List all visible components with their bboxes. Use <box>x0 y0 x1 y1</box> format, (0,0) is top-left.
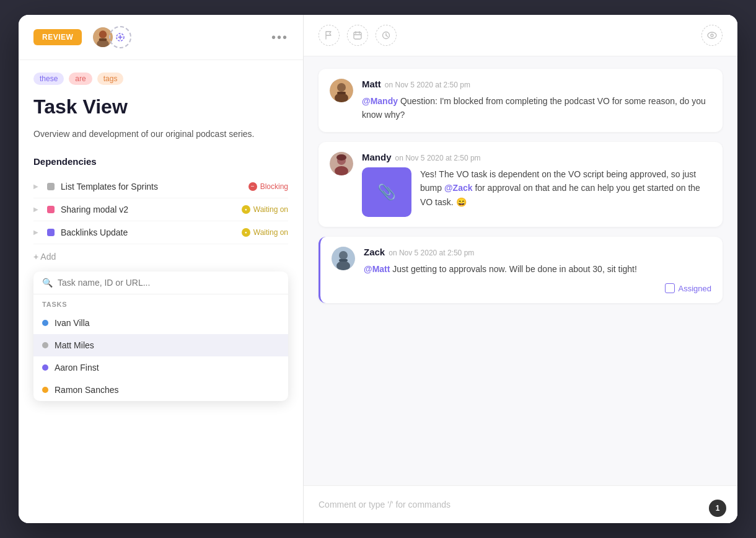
dependency-item[interactable]: ▶ List Templates for Sprints − Blocking <box>33 175 288 198</box>
dep-dot-purple <box>47 229 55 236</box>
calendar-button[interactable] <box>347 25 368 46</box>
comment-time: on Nov 5 2020 at 2:50 pm <box>395 154 481 162</box>
list-item[interactable]: Matt Miles <box>33 334 288 356</box>
comment-text: @Matt Just getting to approvals now. Wil… <box>364 262 711 276</box>
comment-body: Zack on Nov 5 2020 at 2:50 pm @Matt Just… <box>364 247 711 293</box>
assigned-checkbox[interactable] <box>665 283 675 293</box>
dot-yellow <box>42 387 48 393</box>
list-item[interactable]: Aaron Finst <box>33 356 288 379</box>
assigned-label: Assigned <box>679 284 711 293</box>
chevron-icon: ▶ <box>33 183 41 190</box>
comment-attachment[interactable]: 📎 <box>362 167 411 217</box>
add-member-button[interactable] <box>109 26 131 48</box>
comment-header: Zack on Nov 5 2020 at 2:50 pm <box>364 247 711 257</box>
tags-row: these are tags <box>33 73 288 85</box>
svg-point-15 <box>711 34 713 37</box>
dependency-item[interactable]: ▶ Sharing modal v2 ● Waiting on <box>33 198 288 221</box>
mention-mandy: @Mandy <box>362 96 398 106</box>
clock-button[interactable] <box>376 25 397 46</box>
comments-area: Matt on Nov 5 2020 at 2:50 pm @Mandy Que… <box>304 56 737 485</box>
dot-blue <box>42 320 48 326</box>
comment-header: Mandy on Nov 5 2020 at 2:50 pm <box>362 152 711 162</box>
mention-matt: @Matt <box>364 264 390 274</box>
comment-time: on Nov 5 2020 at 2:50 pm <box>389 249 474 257</box>
dropdown-item-name: Ivan Villa <box>55 318 90 328</box>
comment-time: on Nov 5 2020 at 2:50 pm <box>385 81 470 89</box>
right-panel: Matt on Nov 5 2020 at 2:50 pm @Mandy Que… <box>304 15 737 523</box>
avatar-matt-comment <box>330 79 353 102</box>
svg-point-23 <box>336 154 346 161</box>
comment-text-content: Just getting to approvals now. Will be d… <box>392 264 637 274</box>
comment-body: Matt on Nov 5 2020 at 2:50 pm @Mandy Que… <box>362 79 711 122</box>
comment-with-image: 📎 Yes! The VO task is dependent on the V… <box>362 167 711 217</box>
svg-line-13 <box>386 35 388 37</box>
more-options-button[interactable]: ••• <box>271 30 288 45</box>
dep-dot-pink <box>47 206 55 213</box>
dot-purple <box>42 364 48 371</box>
mention-zack: @Zack <box>444 183 473 193</box>
comment-header: Matt on Nov 5 2020 at 2:50 pm <box>362 79 711 89</box>
list-item[interactable]: Ramon Sanches <box>33 379 288 401</box>
dep-dot-gray <box>47 183 55 190</box>
blocking-icon: − <box>248 182 257 191</box>
dep-name: Sharing modal v2 <box>61 205 235 214</box>
notification-badge-wrap: 1 <box>705 496 723 513</box>
review-badge: REVIEW <box>33 29 82 45</box>
comment-card-mandy: Mandy on Nov 5 2020 at 2:50 pm 📎 Yes! Th… <box>319 142 723 227</box>
svg-rect-19 <box>337 92 346 94</box>
comment-text-content: Question: I'm blocked from completing th… <box>362 96 706 120</box>
waiting-icon: ● <box>242 205 250 214</box>
comment-card-matt: Matt on Nov 5 2020 at 2:50 pm @Mandy Que… <box>319 69 723 132</box>
comment-input-placeholder[interactable]: Comment or type '/' for commands <box>319 500 705 509</box>
comment-footer: Assigned <box>364 283 711 293</box>
comment-body: Mandy on Nov 5 2020 at 2:50 pm 📎 Yes! Th… <box>362 152 711 217</box>
dependency-item[interactable]: ▶ Backlinks Update ● Waiting on <box>33 221 288 244</box>
comment-author: Matt <box>362 79 381 89</box>
left-panel: REVIEW <box>19 15 304 523</box>
assigned-badge: Assigned <box>665 283 711 293</box>
dot-gray <box>42 342 48 348</box>
svg-point-17 <box>337 83 346 92</box>
paperclip-icon: 📎 <box>377 183 396 201</box>
tag-tags[interactable]: tags <box>97 73 124 85</box>
avatar-zack <box>332 247 355 270</box>
list-item[interactable]: Ivan Villa <box>33 312 288 334</box>
flag-button[interactable] <box>319 25 340 46</box>
dropdown-item-name: Matt Miles <box>55 340 94 350</box>
task-title: Task View <box>33 95 288 118</box>
dep-name: Backlinks Update <box>61 227 235 237</box>
search-input[interactable] <box>58 278 279 288</box>
svg-rect-3 <box>99 38 107 41</box>
tag-are[interactable]: are <box>69 73 92 85</box>
dep-name: List Templates for Sprints <box>61 182 242 192</box>
dropdown-item-name: Aaron Finst <box>55 363 99 373</box>
left-body: these are tags Task View Overview and de… <box>19 60 303 523</box>
add-dependency-button[interactable]: + Add <box>33 244 288 269</box>
search-icon: 🔍 <box>42 278 53 288</box>
eye-button[interactable] <box>701 25 723 46</box>
task-description: Overview and development of our original… <box>33 127 288 141</box>
dependencies-section-title: Dependencies <box>33 156 288 167</box>
svg-point-1 <box>99 30 107 38</box>
comment-input-area: Comment or type '/' for commands 1 <box>304 485 737 523</box>
left-header: REVIEW <box>19 15 303 60</box>
tag-these[interactable]: these <box>33 73 64 85</box>
svg-point-14 <box>708 32 716 38</box>
comment-text: @Mandy Question: I'm blocked from comple… <box>362 94 711 122</box>
svg-rect-7 <box>354 32 361 39</box>
avatar-mandy <box>330 152 353 175</box>
avatars <box>92 26 131 48</box>
dep-status-waiting: ● Waiting on <box>242 228 288 237</box>
dropdown-item-name: Ramon Sanches <box>55 385 119 395</box>
right-header <box>304 15 737 56</box>
comment-author: Mandy <box>362 152 392 162</box>
dep-status-waiting: ● Waiting on <box>242 205 288 214</box>
waiting-icon: ● <box>242 228 250 237</box>
chevron-icon: ▶ <box>33 206 41 213</box>
comment-card-zack: Zack on Nov 5 2020 at 2:50 pm @Matt Just… <box>319 237 723 303</box>
comment-author: Zack <box>364 247 385 257</box>
chevron-icon: ▶ <box>33 229 41 236</box>
dep-status-blocking: − Blocking <box>248 182 288 191</box>
search-input-wrap: 🔍 <box>33 271 288 294</box>
search-dropdown: 🔍 TASKS Ivan Villa Matt Miles Aaron <box>33 271 288 401</box>
